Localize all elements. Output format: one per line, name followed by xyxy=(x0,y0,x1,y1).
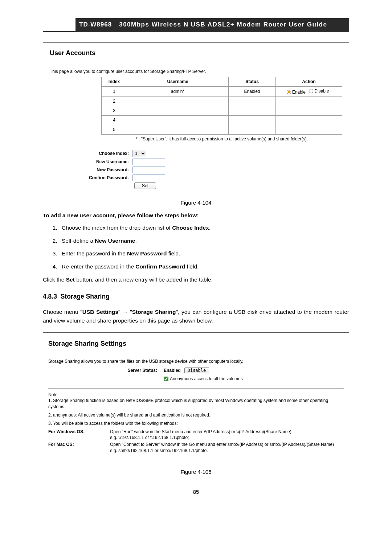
cell-status: Enabled xyxy=(229,86,276,97)
step-3: Enter the password in the New Password f… xyxy=(59,250,349,258)
windows-os-label: For Windows OS: xyxy=(48,429,110,441)
disable-radio[interactable]: Disable xyxy=(309,88,329,94)
windows-line-1: Open "Run" window in the Start menu and … xyxy=(110,429,344,435)
table-row: 3 xyxy=(102,106,342,116)
cell-index: 2 xyxy=(102,97,127,106)
table-row: 5 xyxy=(102,125,342,134)
cell-username: admin* xyxy=(127,86,229,97)
cell-username xyxy=(127,125,229,134)
storage-sharing-panel: Storage Sharing Settings Storage Sharing… xyxy=(43,332,349,462)
doc-title: 300Mbps Wireless N USB ADSL2+ Modem Rout… xyxy=(115,18,349,31)
cell-status xyxy=(229,106,276,116)
instructions-heading: To add a new user account, please follow… xyxy=(43,212,349,219)
cell-action xyxy=(276,115,342,125)
confirm-password-input[interactable] xyxy=(132,175,165,181)
new-password-input[interactable] xyxy=(132,167,165,173)
cell-status xyxy=(229,115,276,125)
note-3: 3. You will be able to access the folder… xyxy=(48,420,344,427)
panel-heading: User Accounts xyxy=(50,49,342,58)
user-accounts-panel: User Accounts This page allows you to co… xyxy=(43,42,349,196)
col-status: Status xyxy=(229,77,276,86)
cell-index: 5 xyxy=(102,125,127,134)
note-1: 1. Storage Sharing function is based on … xyxy=(48,398,344,410)
user-form: Choose Index: 1 New Username: New Passwo… xyxy=(74,150,342,189)
mac-line-2: e.g. smb://192.168.1.1 or smb://192.168.… xyxy=(110,448,344,454)
cell-index: 3 xyxy=(102,106,127,116)
mac-os-label: For Mac OS: xyxy=(48,442,110,454)
figure-caption-1: Figure 4-104 xyxy=(43,199,349,206)
anonymous-checkbox[interactable] xyxy=(164,377,168,381)
page-number: 85 xyxy=(43,488,349,496)
choose-index-select[interactable]: 1 xyxy=(132,150,146,157)
anonymous-row: Anonymous access to all the volumes xyxy=(164,376,344,382)
cell-action xyxy=(276,125,342,134)
cell-index: 1 xyxy=(102,86,127,97)
cell-action xyxy=(276,106,342,116)
steps-list: Choose the index from the drop-down list… xyxy=(59,224,349,271)
mac-os-row: For Mac OS: Open "Connect to Server" win… xyxy=(48,442,344,454)
mac-line-1: Open "Connect to Server" window in the G… xyxy=(110,442,344,448)
server-status-row: Server Status: Enabled Disable xyxy=(48,368,344,374)
accounts-table: Index Username Status Action 1 admin* En… xyxy=(101,77,342,135)
divider xyxy=(48,389,344,389)
enable-label: Enable xyxy=(292,89,306,95)
table-row: 1 admin* Enabled Enable Disable xyxy=(102,86,342,97)
col-username: Username xyxy=(127,77,229,86)
table-row: 2 xyxy=(102,97,342,106)
server-status-label: Server Status: xyxy=(48,368,157,374)
server-status-value: Enabled xyxy=(164,368,181,374)
new-password-label: New Password: xyxy=(74,167,129,173)
cell-username xyxy=(127,115,229,125)
cell-username xyxy=(127,97,229,106)
anonymous-label: Anonymous access to all the volumes xyxy=(170,376,243,382)
doc-header-bar: TD-W8968 300Mbps Wireless N USB ADSL2+ M… xyxy=(43,18,349,32)
panel-intro: This page allows you to configure user a… xyxy=(50,69,342,75)
table-row: 4 xyxy=(102,115,342,125)
cell-username xyxy=(127,106,229,116)
windows-line-2: e.g. \\192.168.1.1 or \\192.168.1.1\phot… xyxy=(110,435,344,441)
cell-status xyxy=(229,97,276,106)
set-button[interactable]: Set xyxy=(134,182,156,189)
storage-sharing-paragraph: Choose menu "USB Settings" → "Storage Sh… xyxy=(43,308,349,325)
windows-os-row: For Windows OS: Open "Run" window in the… xyxy=(48,429,344,441)
panel2-intro: Storage Sharing allows you to share the … xyxy=(48,358,344,365)
super-user-footnote: * : "Super User", it has full-access per… xyxy=(101,136,342,142)
new-username-label: New Username: xyxy=(74,159,129,165)
figure-caption-2: Figure 4-105 xyxy=(43,468,349,476)
cell-action: Enable Disable xyxy=(276,86,342,97)
step-1: Choose the index from the drop-down list… xyxy=(59,224,349,232)
disable-button[interactable]: Disable xyxy=(184,368,209,373)
step-4: Re-enter the password in the Confirm Pas… xyxy=(59,263,349,271)
cell-status xyxy=(229,125,276,134)
disable-label: Disable xyxy=(314,88,329,94)
panel2-heading: Storage Sharing Settings xyxy=(48,339,344,348)
confirm-password-label: Confirm Password: xyxy=(74,175,129,181)
new-username-input[interactable] xyxy=(132,159,165,165)
note-heading: Note: xyxy=(48,392,344,398)
cell-index: 4 xyxy=(102,115,127,125)
col-action: Action xyxy=(276,77,342,86)
cell-action xyxy=(276,97,342,106)
note-2: 2. anonymous: All active volume(s) will … xyxy=(48,412,344,418)
click-set-paragraph: Click the Set button, and then a new ent… xyxy=(43,276,349,284)
model-code: TD-W8968 xyxy=(75,18,115,31)
choose-index-label: Choose Index: xyxy=(74,151,129,157)
enable-radio[interactable]: Enable xyxy=(287,89,306,95)
col-index: Index xyxy=(102,77,127,86)
section-heading: 4.8.3 Storage Sharing xyxy=(43,292,349,301)
step-2: Self-define a New Username. xyxy=(59,237,349,245)
